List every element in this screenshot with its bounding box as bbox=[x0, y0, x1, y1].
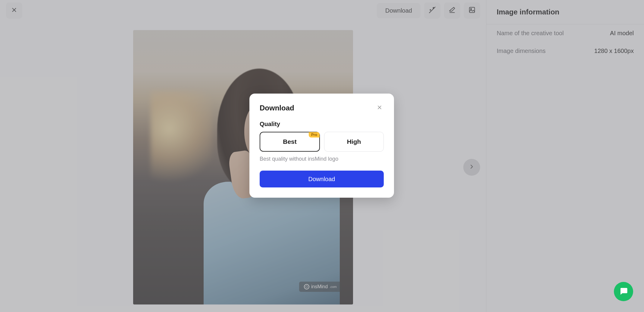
chat-icon bbox=[619, 286, 628, 297]
close-icon bbox=[377, 104, 383, 112]
download-confirm-label: Download bbox=[308, 176, 335, 182]
pro-badge: Pro bbox=[309, 132, 320, 137]
quality-option-best[interactable]: Best Pro bbox=[260, 132, 320, 152]
quality-option-best-label: Best bbox=[283, 138, 297, 145]
download-modal: Download Quality Best Pro High Best qual… bbox=[249, 94, 394, 198]
download-confirm-button[interactable]: Download bbox=[260, 171, 384, 187]
quality-option-high[interactable]: High bbox=[324, 132, 384, 152]
chat-fab[interactable] bbox=[614, 282, 633, 301]
modal-close-button[interactable] bbox=[375, 104, 384, 112]
quality-description: Best quality without insMind logo bbox=[260, 156, 384, 162]
quality-section-label: Quality bbox=[260, 121, 384, 128]
modal-title: Download bbox=[260, 104, 294, 112]
quality-option-high-label: High bbox=[347, 138, 361, 145]
